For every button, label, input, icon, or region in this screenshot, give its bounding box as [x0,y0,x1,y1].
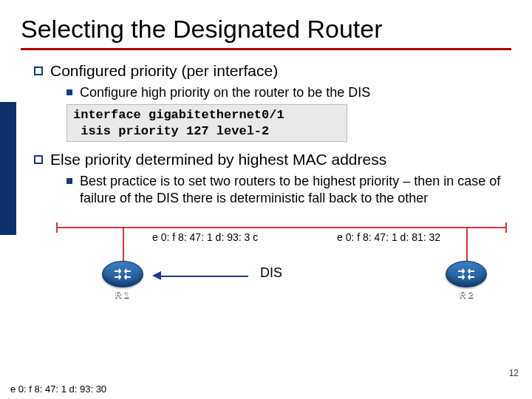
drop-cable [466,227,468,262]
router-arrows-icon [455,267,477,282]
slide-content: Configured priority (per interface) Conf… [21,62,511,310]
bullet-level2: Configure high priority on the router to… [66,84,511,101]
bullet-text: Else priority determined by highest MAC … [50,151,386,168]
square-solid-bullet-icon [66,178,72,184]
left-accent-bar [0,102,16,235]
square-open-bullet-icon [34,66,43,75]
router-label-r2: R 2 [460,290,474,300]
interface-mac-right: e 0: f 8: 47: 1 d: 81: 32 [337,231,440,243]
bullet-text: Configured priority (per interface) [50,62,278,80]
title-underline [21,48,511,50]
square-solid-bullet-icon [66,89,72,95]
network-diagram: e 0: f 8: 47: 1 d: 93: 3 c e 0: f 8: 47:… [41,221,514,310]
footer-interface-mac: e 0: f 8: 47: 1 d: 93: 30 [10,383,106,395]
dis-arrow [152,270,248,282]
slide-title: Selecting the Designated Router [21,15,511,48]
bullet-text: Best practice is to set two routers to b… [80,173,511,208]
drop-cable [123,227,124,262]
router-label-r1: R 1 [115,290,129,300]
bullet-level1: Configured priority (per interface) [34,62,511,80]
dis-label: DIS [260,265,282,281]
bullet-level1: Else priority determined by highest MAC … [34,151,511,168]
slide: Selecting the Designated Router Configur… [0,0,532,399]
bullet-text: Configure high priority on the router to… [80,84,370,101]
interface-mac-left: e 0: f 8: 47: 1 d: 93: 3 c [152,231,258,243]
bus-terminator-left [56,222,58,233]
square-open-bullet-icon [34,155,43,164]
page-number: 12 [509,368,519,378]
arrow-head-left-icon [152,271,161,280]
router-icon [102,261,143,287]
bullet-level2: Best practice is to set two routers to b… [66,173,511,208]
code-block: interface gigabitethernet0/1 isis priori… [66,104,347,142]
router-arrows-icon [112,267,134,282]
bus-terminator-right [505,222,507,233]
router-icon [446,261,487,287]
arrow-shaft [160,276,248,277]
